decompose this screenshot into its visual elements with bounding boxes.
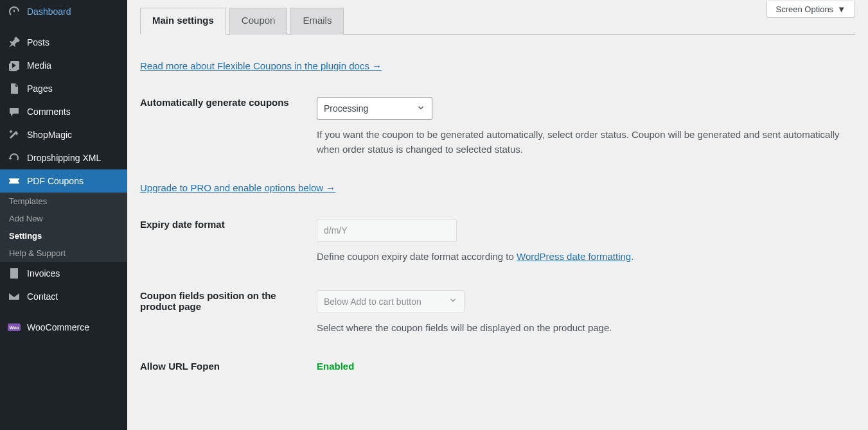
upgrade-pro-link[interactable]: Upgrade to PRO and enable options below … xyxy=(140,182,335,193)
docs-link[interactable]: Read more about Flexible Coupons in the … xyxy=(140,60,382,71)
coupon-position-label: Coupon fields position on the product pa… xyxy=(140,290,317,312)
menu-posts[interactable]: Posts xyxy=(0,31,127,54)
chevron-down-icon xyxy=(448,296,457,307)
tab-coupon[interactable]: Coupon xyxy=(229,8,288,35)
submenu-help[interactable]: Help & Support xyxy=(0,245,127,262)
expiry-format-input[interactable] xyxy=(317,219,457,242)
menu-woocommerce[interactable]: Woo WooCommerce xyxy=(0,316,127,339)
submenu-pdfcoupons: Templates Add New Settings Help & Suppor… xyxy=(0,193,127,262)
menu-label: Contact xyxy=(27,291,58,302)
screen-options-toggle[interactable]: Screen Options ▼ xyxy=(766,1,855,18)
page-icon xyxy=(8,82,21,95)
mail-icon xyxy=(8,290,21,303)
wand-icon xyxy=(8,128,21,141)
select-value: Below Add to cart button xyxy=(324,297,421,307)
menu-label: Media xyxy=(27,60,51,71)
select-value: Processing xyxy=(324,103,368,114)
auto-generate-label: Automatically generate coupons xyxy=(140,97,317,108)
menu-media[interactable]: Media xyxy=(0,54,127,77)
settings-tabs: Main settings Coupon Emails xyxy=(140,8,855,35)
submenu-addnew[interactable]: Add New xyxy=(0,210,127,227)
menu-label: Pages xyxy=(27,83,53,94)
expiry-format-label: Expiry date format xyxy=(140,219,317,230)
submenu-settings[interactable]: Settings xyxy=(0,227,127,245)
chevron-down-icon xyxy=(416,103,425,114)
tab-main-settings[interactable]: Main settings xyxy=(140,8,226,35)
main-content: Screen Options ▼ Main settings Coupon Em… xyxy=(127,0,868,430)
gauge-icon xyxy=(8,5,21,18)
menu-label: WooCommerce xyxy=(27,322,89,332)
auto-generate-desc: If you want the coupon to be generated a… xyxy=(317,128,855,157)
wp-date-format-link[interactable]: WordPress date formatting xyxy=(517,251,631,262)
url-fopen-label: Allow URL Fopen xyxy=(140,361,317,372)
menu-invoices[interactable]: Invoices xyxy=(0,262,127,285)
pin-icon xyxy=(8,36,21,49)
menu-label: PDF Coupons xyxy=(27,176,84,186)
invoice-icon xyxy=(8,267,21,280)
menu-label: Dropshipping XML xyxy=(27,153,101,163)
menu-label: ShopMagic xyxy=(27,130,72,140)
coupon-position-desc: Select where the coupon fields will be d… xyxy=(317,321,855,336)
media-icon xyxy=(8,59,21,72)
tab-emails[interactable]: Emails xyxy=(290,8,344,35)
screen-options-label: Screen Options xyxy=(776,4,834,14)
menu-contact[interactable]: Contact xyxy=(0,285,127,308)
comment-icon xyxy=(8,105,21,118)
woo-icon: Woo xyxy=(8,321,21,334)
menu-label: Posts xyxy=(27,37,49,47)
ticket-icon xyxy=(8,175,21,187)
menu-label: Invoices xyxy=(27,268,60,279)
menu-dropshipping[interactable]: Dropshipping XML xyxy=(0,146,127,169)
menu-shopmagic[interactable]: ShopMagic xyxy=(0,123,127,146)
sync-icon xyxy=(8,151,21,164)
svg-text:Woo: Woo xyxy=(9,325,19,330)
coupon-position-select: Below Add to cart button xyxy=(317,290,465,313)
menu-label: Dashboard xyxy=(27,6,71,17)
menu-pages[interactable]: Pages xyxy=(0,77,127,100)
menu-pdfcoupons[interactable]: PDF Coupons xyxy=(0,169,127,193)
caret-down-icon: ▼ xyxy=(837,4,846,14)
admin-sidebar: Dashboard Posts Media Pages Comments Sho… xyxy=(0,0,127,430)
menu-comments[interactable]: Comments xyxy=(0,100,127,123)
expiry-format-desc: Define coupon expiry date format accordi… xyxy=(317,250,855,264)
submenu-templates[interactable]: Templates xyxy=(0,193,127,210)
menu-label: Comments xyxy=(27,107,71,117)
menu-dashboard[interactable]: Dashboard xyxy=(0,0,127,23)
url-fopen-value: Enabled xyxy=(317,361,354,372)
auto-generate-select[interactable]: Processing xyxy=(317,97,432,120)
